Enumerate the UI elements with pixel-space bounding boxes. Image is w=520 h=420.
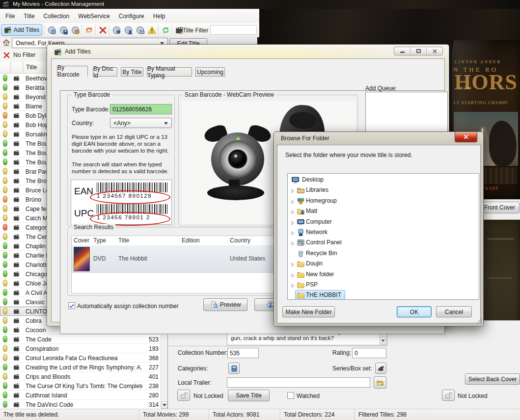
movie-list-row[interactable]: Cutthroat Island280 bbox=[0, 391, 161, 400]
collection-number-field[interactable] bbox=[227, 348, 259, 358]
clapper-icon bbox=[13, 94, 20, 101]
disc-person-icon[interactable] bbox=[123, 25, 134, 35]
maximize-button[interactable] bbox=[411, 47, 427, 55]
tree-item-psp[interactable]: PSP bbox=[288, 280, 479, 290]
expander-icon[interactable] bbox=[291, 230, 295, 235]
expander-icon[interactable] bbox=[291, 283, 295, 287]
country-combo[interactable]: <Any> bbox=[110, 118, 172, 128]
series-box-set-button[interactable] bbox=[375, 363, 386, 374]
close-icon bbox=[463, 134, 469, 140]
menu-item-title[interactable]: Title bbox=[19, 11, 39, 21]
disc-drive-icon[interactable] bbox=[135, 25, 145, 35]
menu-item-help[interactable]: Help bbox=[149, 11, 170, 21]
barcode-input[interactable] bbox=[110, 104, 172, 114]
column-header-type[interactable]: Type bbox=[93, 237, 106, 244]
movie-list-row[interactable]: The DaVinci Code314 bbox=[0, 400, 161, 409]
tree-item-label: Libraries bbox=[306, 186, 328, 193]
title-filter-input[interactable] bbox=[210, 25, 257, 35]
tree-item-the-hobbit[interactable]: THE HOBBIT bbox=[288, 290, 479, 300]
status-column-header[interactable] bbox=[0, 62, 11, 73]
browse-for-folder-dialog: Browse For Folder Select the folder wher… bbox=[274, 131, 484, 326]
categories-button[interactable] bbox=[228, 363, 240, 374]
movie-list-row[interactable]: Conspiration193 bbox=[0, 344, 161, 353]
tab-by-manual-typing[interactable]: By Manual Typing bbox=[147, 67, 192, 77]
refresh-icon[interactable] bbox=[160, 25, 171, 35]
tab-by-disc-id[interactable]: By Disc Id bbox=[93, 67, 117, 77]
delete-icon[interactable] bbox=[97, 25, 108, 35]
folder-tree: DesktopLibrariesHomegroupMattComputerNet… bbox=[287, 173, 479, 300]
auto-assign-checkbox[interactable] bbox=[68, 302, 75, 309]
movie-title: Crips and Bloods bbox=[26, 373, 142, 380]
rating-field[interactable] bbox=[352, 348, 386, 358]
tree-item-desktop[interactable]: Desktop bbox=[288, 175, 479, 185]
tree-item-recycle-bin[interactable]: Recycle Bin bbox=[288, 248, 479, 259]
type-column-header[interactable] bbox=[11, 62, 23, 73]
tree-item-matt[interactable]: Matt bbox=[288, 206, 479, 216]
tree-item-doujin[interactable]: Doujin bbox=[288, 259, 479, 269]
scroll-down-button[interactable] bbox=[380, 337, 386, 344]
movie-list-row[interactable]: The Code523 bbox=[0, 335, 161, 344]
column-header-title[interactable]: Title bbox=[118, 237, 129, 244]
tab-upcoming[interactable]: Upcoming bbox=[195, 67, 225, 77]
clapper-icon bbox=[13, 299, 20, 306]
tab-by-barcode[interactable]: By Barcode bbox=[57, 66, 88, 77]
tab-by-title[interactable]: By Title bbox=[121, 67, 143, 77]
menu-item-webservice[interactable]: WebService bbox=[74, 11, 114, 21]
tree-item-libraries[interactable]: Libraries bbox=[288, 185, 479, 195]
movie-list-row[interactable]: Conul Leonida Fata Cu Reactiunea368 bbox=[0, 353, 161, 363]
expander-icon[interactable] bbox=[291, 199, 295, 203]
close-button[interactable] bbox=[427, 47, 442, 55]
add-titles-icon bbox=[4, 26, 12, 34]
tree-item-network[interactable]: Network bbox=[288, 227, 479, 237]
expander-icon[interactable] bbox=[291, 272, 295, 277]
menu-item-configure[interactable]: Configure bbox=[114, 11, 149, 21]
tree-item-computer[interactable]: Computer bbox=[288, 217, 479, 227]
add-titles-button[interactable]: Add Titles bbox=[1, 24, 42, 36]
movie-list-row[interactable]: Creating the Lord of the Rings Symphony:… bbox=[0, 363, 161, 372]
menu-item-file[interactable]: File bbox=[1, 11, 19, 21]
expander-icon[interactable] bbox=[291, 240, 295, 245]
sync-icon[interactable] bbox=[83, 25, 94, 35]
make-new-folder-button[interactable]: Make New Folder bbox=[282, 306, 335, 317]
expander-icon[interactable] bbox=[291, 188, 295, 192]
expander-icon[interactable] bbox=[291, 209, 295, 213]
tree-item-homegroup[interactable]: Homegroup bbox=[288, 196, 479, 206]
local-trailer-field[interactable] bbox=[227, 377, 370, 388]
total-movies: Total Movies: 299 bbox=[139, 409, 209, 420]
resize-grip[interactable] bbox=[476, 318, 482, 324]
browse-trailer-button[interactable] bbox=[374, 376, 386, 389]
select-back-cover-button[interactable]: Select Back Cover bbox=[465, 373, 520, 385]
column-header-edition[interactable]: Edition bbox=[182, 237, 200, 244]
yellow-status-pill bbox=[3, 177, 7, 184]
minimize-button[interactable] bbox=[394, 47, 411, 55]
add-titles-label: Add Titles bbox=[14, 26, 40, 33]
menu-item-collection[interactable]: Collection bbox=[39, 11, 74, 21]
column-header-cover[interactable]: Cover bbox=[74, 237, 89, 244]
back-lock-button[interactable] bbox=[442, 390, 455, 401]
warning-icon[interactable] bbox=[146, 25, 157, 35]
disc-eject-icon[interactable] bbox=[111, 25, 122, 35]
cover-text: HORS bbox=[454, 70, 518, 95]
save-title-button[interactable]: Save Title bbox=[228, 390, 270, 401]
disc-burn-icon[interactable] bbox=[70, 25, 81, 35]
collection-number-label: Collection Number: bbox=[178, 349, 228, 356]
green-status-pill bbox=[3, 140, 7, 147]
watched-checkbox[interactable] bbox=[287, 392, 294, 399]
movie-list-row[interactable]: The Curse Of King Tut's Tomb: The Comple… bbox=[0, 381, 161, 391]
lock-button[interactable] bbox=[177, 390, 190, 401]
clapper-icon bbox=[13, 187, 20, 194]
close-button[interactable] bbox=[455, 132, 477, 142]
cancel-button[interactable]: Cancel bbox=[436, 306, 472, 317]
tree-item-control-panel[interactable]: Control Panel bbox=[288, 237, 479, 248]
ok-button[interactable]: OK bbox=[397, 306, 432, 317]
scroll-down-button[interactable] bbox=[161, 401, 167, 409]
clapper-icon bbox=[13, 262, 20, 268]
column-header-country[interactable]: Country bbox=[230, 237, 250, 244]
movie-list-row[interactable]: Crips and Bloods401 bbox=[0, 372, 161, 381]
expander-icon[interactable] bbox=[291, 262, 295, 266]
preview-button[interactable]: Preview bbox=[203, 298, 247, 311]
disc-globe-icon[interactable] bbox=[46, 25, 57, 35]
tree-item-new-folder[interactable]: New folder bbox=[288, 269, 479, 280]
disc-save-icon[interactable] bbox=[58, 25, 69, 35]
expander-icon[interactable] bbox=[291, 220, 295, 224]
